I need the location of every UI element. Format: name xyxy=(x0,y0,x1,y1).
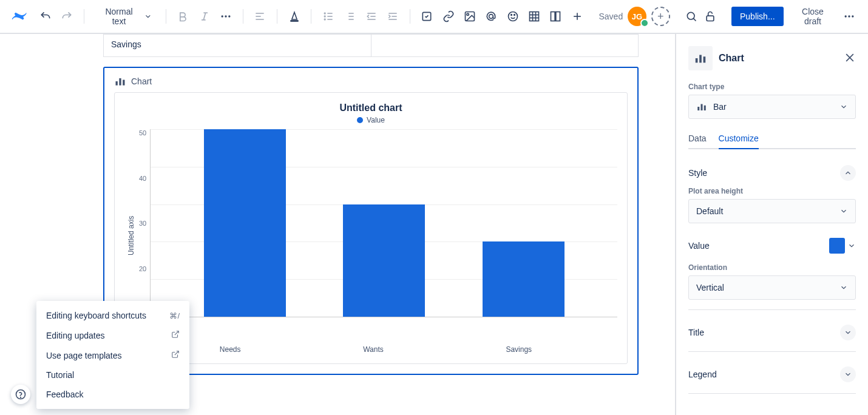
bold-button[interactable] xyxy=(174,7,192,26)
layouts-button[interactable] xyxy=(546,7,565,26)
toolbar-separator xyxy=(84,9,84,24)
link-button[interactable] xyxy=(439,7,458,26)
svg-point-5 xyxy=(228,15,230,17)
plot-height-label: Plot area height xyxy=(688,187,856,195)
redo-button[interactable] xyxy=(58,7,76,26)
align-dropdown[interactable] xyxy=(251,7,270,26)
orientation-label: Orientation xyxy=(688,263,856,272)
chevron-down-icon xyxy=(839,103,848,111)
saved-indicator: Saved xyxy=(598,12,623,21)
text-color-button[interactable] xyxy=(285,7,303,26)
chevron-up-icon xyxy=(844,169,852,177)
help-button[interactable] xyxy=(11,385,30,404)
title-section-header[interactable]: Title xyxy=(688,319,856,346)
add-collaborator-button[interactable]: + xyxy=(651,7,670,26)
help-item-updates[interactable]: Editing updates xyxy=(36,325,189,345)
table-button[interactable] xyxy=(524,7,543,26)
help-item-shortcuts[interactable]: Editing keyboard shortcuts ⌘/ xyxy=(36,306,189,325)
value-color-row: Value xyxy=(688,233,856,263)
svg-point-45 xyxy=(848,15,850,17)
tab-customize[interactable]: Customize xyxy=(719,129,759,149)
tab-data[interactable]: Data xyxy=(688,129,707,149)
section-divider xyxy=(688,393,856,394)
svg-point-59 xyxy=(21,397,21,398)
panel-title: Chart xyxy=(719,53,838,64)
style-section-header[interactable]: Style xyxy=(688,159,856,187)
help-item-feedback[interactable]: Feedback xyxy=(36,385,189,404)
table-row[interactable]: Savings xyxy=(103,34,639,57)
chevron-down-icon xyxy=(847,241,856,250)
toolbar-separator xyxy=(166,9,166,24)
presence-badge xyxy=(640,19,649,27)
svg-rect-49 xyxy=(123,80,124,86)
expand-title-button[interactable] xyxy=(840,325,856,340)
emoji-button[interactable] xyxy=(503,7,522,26)
x-axis-labels: Needs Wants Savings xyxy=(124,342,617,354)
external-link-icon xyxy=(171,350,180,360)
more-formatting-button[interactable] xyxy=(216,7,235,26)
svg-rect-32 xyxy=(530,12,539,21)
find-replace-button[interactable] xyxy=(682,7,701,26)
close-panel-button[interactable] xyxy=(844,52,856,66)
help-icon xyxy=(15,388,27,400)
orientation-select[interactable]: Vertical xyxy=(688,275,856,300)
y-axis-ticks: 50 40 30 20 10 xyxy=(135,129,150,317)
bar-needs xyxy=(204,129,286,317)
toolbar-separator xyxy=(277,9,277,24)
bar-chart-icon xyxy=(696,101,707,112)
toolbar-separator xyxy=(410,9,410,24)
chart-type-select[interactable]: Bar xyxy=(688,95,856,119)
indent-button[interactable] xyxy=(383,7,402,26)
chart-title: Untitled chart xyxy=(124,103,617,113)
table-cell[interactable]: Savings xyxy=(104,35,371,56)
close-draft-button[interactable]: Close draft xyxy=(786,2,840,31)
section-divider xyxy=(688,351,856,352)
expand-legend-button[interactable] xyxy=(840,366,856,382)
outdent-button[interactable] xyxy=(362,7,381,26)
svg-point-10 xyxy=(324,13,325,14)
svg-rect-52 xyxy=(704,56,706,62)
chart-type-label: Chart type xyxy=(688,83,856,91)
svg-point-4 xyxy=(225,15,226,17)
help-menu-popup: Editing keyboard shortcuts ⌘/ Editing up… xyxy=(36,301,189,409)
image-button[interactable] xyxy=(460,7,479,26)
chevron-down-icon xyxy=(844,370,852,379)
svg-point-30 xyxy=(510,15,512,16)
numbered-list-button[interactable] xyxy=(341,7,359,26)
text-style-dropdown[interactable]: Normal text xyxy=(92,7,158,26)
toolbar-separator xyxy=(243,9,243,24)
user-avatar[interactable]: JG xyxy=(628,7,646,26)
bullet-list-button[interactable] xyxy=(319,7,337,26)
italic-button[interactable] xyxy=(195,7,214,26)
text-style-label: Normal text xyxy=(98,7,140,26)
panel-chart-icon xyxy=(688,46,713,70)
chart-settings-panel: Chart Chart type Bar Data Customize Styl… xyxy=(675,34,868,415)
mention-button[interactable] xyxy=(482,7,501,26)
chart-block-label: Chart xyxy=(131,76,152,86)
svg-rect-51 xyxy=(699,55,702,63)
chevron-down-icon xyxy=(844,328,852,337)
help-item-tutorial[interactable]: Tutorial xyxy=(36,365,189,385)
legend-section-header[interactable]: Legend xyxy=(688,360,856,388)
table-cell[interactable] xyxy=(371,35,639,56)
svg-rect-37 xyxy=(551,12,555,21)
more-actions-button[interactable] xyxy=(839,7,858,26)
bar-savings xyxy=(483,241,565,317)
chart-plot: Untitled axis 50 40 30 20 10 xyxy=(124,129,617,342)
legend-marker xyxy=(357,117,363,123)
collapse-style-button[interactable] xyxy=(840,165,856,181)
plot-height-select[interactable]: Default xyxy=(688,199,856,223)
svg-point-29 xyxy=(508,12,517,21)
section-divider xyxy=(688,309,856,310)
publish-button[interactable]: Publish... xyxy=(731,7,784,26)
help-item-templates[interactable]: Use page templates xyxy=(36,345,189,365)
insert-dropdown[interactable] xyxy=(568,7,586,26)
chart-legend: Value xyxy=(124,116,617,124)
value-color-picker[interactable] xyxy=(829,238,856,254)
restrictions-button[interactable] xyxy=(700,7,719,26)
bar-wants xyxy=(343,204,425,317)
svg-rect-43 xyxy=(707,16,714,21)
editor-toolbar: Normal text Saved JG + Publish... Close … xyxy=(0,0,868,34)
action-item-button[interactable] xyxy=(418,7,436,26)
undo-button[interactable] xyxy=(36,7,55,26)
